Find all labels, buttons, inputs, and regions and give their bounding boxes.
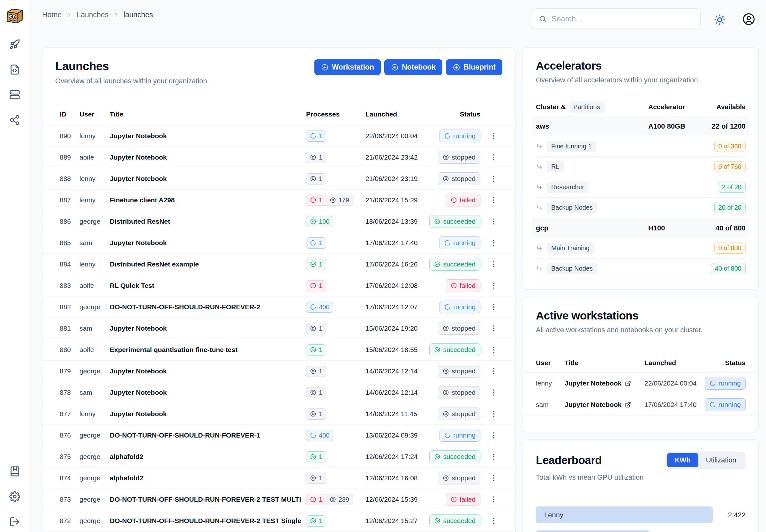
row-menu-button[interactable]: [488, 515, 499, 527]
breadcrumb-item[interactable]: Home: [42, 11, 62, 19]
succeeded-icon: [434, 261, 440, 267]
cluster-name: aws: [536, 122, 648, 131]
row-menu-button[interactable]: [488, 173, 499, 184]
launch-id: 883: [60, 282, 79, 289]
status-badge: running: [705, 398, 746, 411]
launch-title: Jupyter Notebook: [110, 389, 306, 396]
status-badge: failed: [446, 279, 480, 292]
launch-row[interactable]: 872georgeDO-NOT-TURN-OFF-SHOULD-RUN-FORE…: [42, 510, 515, 532]
launch-row[interactable]: 882georgeDO-NOT-TURN-OFF-SHOULD-RUN-FORE…: [42, 296, 515, 318]
launch-status: running: [442, 130, 480, 142]
row-menu-button[interactable]: [488, 301, 499, 313]
search-input[interactable]: [551, 14, 694, 24]
launch-id: 880: [60, 346, 79, 354]
launch-date: 12/06/2024 15:39: [365, 496, 442, 503]
sidebar-item-file-code[interactable]: [9, 64, 20, 75]
workstation-link[interactable]: Jupyter Notebook: [565, 401, 644, 408]
row-menu-button[interactable]: [488, 259, 499, 270]
workstation-launched: 17/06/2024 17:40: [644, 401, 705, 408]
sidebar-item-share[interactable]: [9, 115, 20, 125]
sidebar-nav-bottom: [9, 466, 20, 527]
row-menu-button[interactable]: [488, 280, 499, 291]
launch-id: 882: [60, 303, 79, 311]
cluster-row: gcpH10040 of 800: [532, 218, 749, 238]
workstation-link[interactable]: Jupyter Notebook: [565, 379, 644, 387]
launch-row[interactable]: 883aoifeRL Quick Test117/06/2024 12:08fa…: [42, 275, 515, 296]
breadcrumb-item[interactable]: Launches: [77, 11, 109, 19]
launch-row[interactable]: 874georgealphafold2112/06/2024 16:08stop…: [42, 468, 515, 489]
launch-row[interactable]: 876georgeDO-NOT-TURN-OFF-SHOULD-RUN-FORE…: [42, 425, 515, 446]
available-header-label: Available: [717, 103, 746, 111]
row-menu-button[interactable]: [488, 323, 499, 334]
launch-processes: 400: [306, 302, 365, 313]
launch-row[interactable]: 878samJupyter Notebook114/06/2024 12:14s…: [42, 382, 515, 403]
launch-status: stopped: [442, 386, 480, 399]
succeeded-icon: [310, 347, 316, 353]
launch-status: succeeded: [442, 215, 480, 228]
launch-row[interactable]: 888lennyJupyter Notebook121/06/2024 23:1…: [42, 168, 515, 190]
launch-row[interactable]: 886georgeDistributed ResNet10018/06/2024…: [42, 211, 515, 232]
launch-row[interactable]: 881samJupyter Notebook115/06/2024 19:20s…: [42, 318, 515, 339]
sidebar-item-book[interactable]: [9, 466, 20, 477]
launch-row[interactable]: 873georgeDO-NOT-TURN-OFF-SHOULD-RUN-FORE…: [42, 489, 515, 510]
failed-icon: [451, 496, 457, 503]
row-menu-button[interactable]: [488, 152, 499, 163]
row-menu-button[interactable]: [488, 365, 499, 377]
launch-row[interactable]: 885samJupyter Notebook117/06/2024 17:40r…: [42, 232, 515, 254]
cluster-accelerator: H100: [648, 224, 716, 232]
row-menu-button[interactable]: [488, 216, 499, 227]
launch-row[interactable]: 877lennyJupyter Notebook114/06/2024 11:4…: [42, 403, 515, 425]
launch-row[interactable]: 889aoifeJupyter Notebook121/06/2024 23:4…: [42, 147, 515, 168]
row-menu-button[interactable]: [488, 237, 499, 249]
launch-user: lenny: [79, 132, 110, 140]
row-menu-button[interactable]: [488, 344, 499, 356]
launch-row[interactable]: 880aoifeExperimental quantisation fine-t…: [42, 339, 515, 361]
stopped-icon: [443, 176, 449, 182]
launch-row[interactable]: 884lennyDistributed ResNet example117/06…: [42, 254, 515, 275]
sidebar-item-logout[interactable]: [9, 516, 20, 527]
page-subtitle: Overview of all launches within your org…: [55, 77, 502, 85]
breadcrumb-item[interactable]: launches: [124, 11, 153, 19]
running-icon: [444, 304, 451, 310]
launch-row[interactable]: 875georgealphafold2112/06/2024 17:24succ…: [42, 446, 515, 468]
column-header-title: Title: [565, 359, 644, 367]
launch-title: alphafold2: [110, 453, 306, 461]
book-icon: [9, 466, 20, 477]
row-menu-button[interactable]: [488, 194, 499, 206]
new-notebook-button[interactable]: Notebook: [384, 59, 442, 75]
theme-toggle-button[interactable]: [714, 14, 726, 26]
toggle-option-kwh[interactable]: KWh: [667, 453, 698, 467]
row-menu-button[interactable]: [488, 130, 499, 142]
sidebar-item-server[interactable]: [9, 89, 20, 100]
sidebar-item-rocket[interactable]: [9, 39, 20, 50]
toggle-option-utilization[interactable]: Utilization: [698, 453, 744, 467]
leaderboard-chart: Lenny2,422Aoife1,560: [523, 506, 758, 532]
launch-status: stopped: [442, 365, 480, 378]
row-menu-button[interactable]: [488, 451, 499, 462]
launch-row[interactable]: 890lennyJupyter Notebook122/06/2024 00:0…: [42, 125, 515, 147]
partition-row: Researcher2 of 20: [536, 177, 746, 198]
user-avatar-button[interactable]: [739, 9, 759, 29]
launch-id: 884: [60, 260, 79, 268]
workstation-status: running: [705, 377, 746, 390]
kebab-icon: [490, 453, 498, 461]
row-menu-button[interactable]: [488, 472, 499, 484]
process-badge-stopped: 1: [306, 173, 326, 184]
row-menu-button[interactable]: [488, 408, 499, 420]
process-badge-succeeded: 1: [306, 451, 326, 462]
accelerators-subtitle: Overview of all accelerators within your…: [536, 76, 746, 84]
new-workstation-button[interactable]: Workstation: [314, 59, 381, 75]
launch-row[interactable]: 887lennyFinetune client A298117921/06/20…: [42, 190, 515, 211]
process-badge-succeeded: 100: [306, 216, 333, 227]
row-menu-button[interactable]: [488, 387, 499, 398]
launch-row[interactable]: 879georgeJupyter Notebook114/06/2024 12:…: [42, 361, 515, 382]
app-logo[interactable]: [5, 8, 24, 25]
row-menu-button[interactable]: [488, 494, 499, 505]
breadcrumb-separator: [66, 12, 72, 18]
stopped-icon: [443, 325, 449, 332]
new-blueprint-button[interactable]: Blueprint: [446, 59, 502, 75]
sidebar-item-gear[interactable]: [9, 491, 20, 502]
kebab-icon: [490, 196, 498, 204]
kebab-icon: [490, 517, 498, 525]
row-menu-button[interactable]: [488, 430, 499, 441]
